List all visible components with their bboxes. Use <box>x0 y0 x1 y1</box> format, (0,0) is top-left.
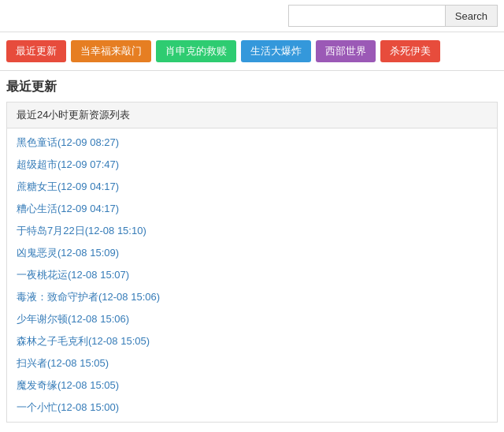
list-item[interactable]: 蔗糖女王(12-09 04:17) <box>7 176 497 198</box>
list-item-link[interactable]: 蔗糖女王(12-09 04:17) <box>17 181 119 192</box>
list-item[interactable]: 于特岛7月22日(12-08 15:10) <box>7 220 497 242</box>
nav-tab-5[interactable]: 杀死伊美 <box>380 40 440 62</box>
list-item[interactable]: 少年谢尔顿(12-08 15:06) <box>7 308 497 330</box>
list-item[interactable]: 凶鬼恶灵(12-08 15:09) <box>7 242 497 264</box>
list-item[interactable]: 糟心生活(12-09 04:17) <box>7 198 497 220</box>
nav-tab-4[interactable]: 西部世界 <box>316 40 376 62</box>
list-item-link[interactable]: 超级超市(12-09 07:47) <box>17 158 119 170</box>
list-item[interactable]: 魔发奇缘(12-08 15:05) <box>7 374 497 397</box>
list-item-link[interactable]: 扫兴者(12-08 15:05) <box>17 357 109 369</box>
list-item-link[interactable]: 少年谢尔顿(12-08 15:06) <box>17 313 129 325</box>
nav-tab-2[interactable]: 肖申克的救赎 <box>156 40 236 62</box>
nav-tab-3[interactable]: 生活大爆炸 <box>241 40 311 62</box>
section-title: 最近更新 <box>0 71 504 102</box>
list-item-link[interactable]: 于特岛7月22日(12-08 15:10) <box>17 225 146 236</box>
list-item-link[interactable]: 一夜桃花运(12-08 15:07) <box>17 269 129 281</box>
content-box: 最近24小时更新资源列表 黑色童话(12-09 08:27)超级超市(12-09… <box>6 102 498 423</box>
list-item[interactable]: 森林之子毛克利(12-08 15:05) <box>7 330 497 352</box>
list-item-link[interactable]: 糟心生活(12-09 04:17) <box>17 203 119 214</box>
list-item-link[interactable]: 黑色童话(12-09 08:27) <box>17 136 119 148</box>
search-button[interactable]: Search <box>446 5 498 27</box>
list-item[interactable]: 一夜桃花运(12-08 15:07) <box>7 264 497 286</box>
search-bar: Search <box>0 0 504 32</box>
list-item-link[interactable]: 森林之子毛克利(12-08 15:05) <box>17 335 150 347</box>
list-item[interactable]: 一个小忙(12-08 15:00) <box>7 397 497 419</box>
list-item-link[interactable]: 一个小忙(12-08 15:00) <box>17 401 119 413</box>
nav-tab-0[interactable]: 最近更新 <box>6 40 66 62</box>
search-input[interactable] <box>288 5 446 27</box>
list-item[interactable]: 超级超市(12-09 07:47) <box>7 154 497 176</box>
nav-tab-1[interactable]: 当幸福来敲门 <box>71 40 151 62</box>
nav-tabs: 最近更新当幸福来敲门肖申克的救赎生活大爆炸西部世界杀死伊美 <box>0 32 504 71</box>
list-item[interactable]: 扫兴者(12-08 15:05) <box>7 352 497 374</box>
content-box-header: 最近24小时更新资源列表 <box>7 102 497 128</box>
list-item[interactable]: 黑色童话(12-09 08:27) <box>7 132 497 154</box>
list-item-link[interactable]: 魔发奇缘(12-08 15:05) <box>17 379 119 391</box>
list-item[interactable]: 毒液：致命守护者(12-08 15:06) <box>7 286 497 308</box>
list-item-link[interactable]: 凶鬼恶灵(12-08 15:09) <box>17 247 119 259</box>
list-item-link[interactable]: 毒液：致命守护者(12-08 15:06) <box>17 291 160 303</box>
content-list: 黑色童话(12-09 08:27)超级超市(12-09 07:47)蔗糖女王(1… <box>7 128 497 422</box>
